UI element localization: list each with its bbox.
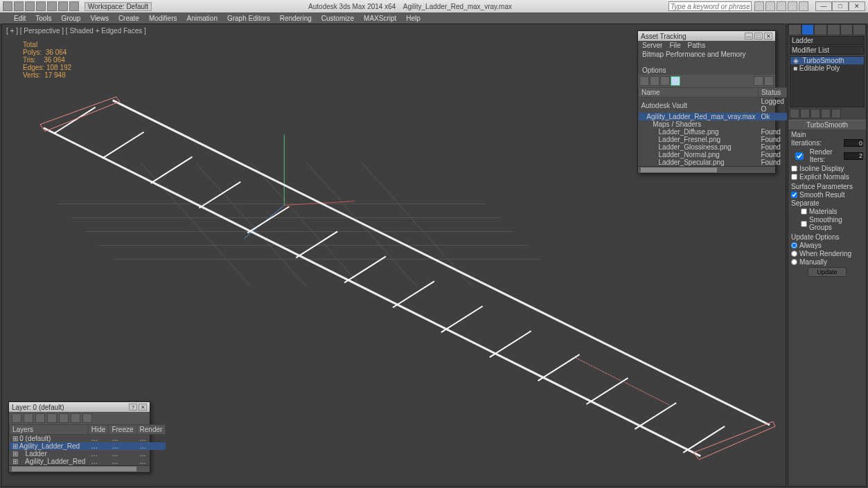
menu-animation[interactable]: Animation	[186, 15, 217, 22]
link-icon[interactable]	[69, 1, 79, 11]
remove-modifier-icon[interactable]	[821, 109, 831, 118]
asset-tracking-window[interactable]: Asset Tracking — □ ✕ Server File Paths B…	[637, 30, 776, 174]
configure-sets-icon[interactable]	[831, 109, 841, 118]
menu-help[interactable]: Help	[406, 15, 420, 22]
close-button[interactable]: ✕	[849, 1, 865, 11]
open-icon[interactable]	[25, 1, 35, 11]
question-icon[interactable]	[799, 1, 808, 11]
tab-modify[interactable]	[801, 24, 815, 35]
layers-close-button[interactable]: ✕	[139, 404, 147, 410]
asset-col-status[interactable]: Status	[758, 88, 786, 98]
asset-max-button[interactable]: □	[754, 33, 763, 39]
layers-window[interactable]: Layer: 0 (default) ? ✕ Layers Hide Freez…	[8, 401, 150, 473]
pin-stack-icon[interactable]	[790, 109, 799, 118]
asset-row[interactable]: Ladder_Fresnel.pngFound	[639, 136, 787, 143]
asset-row[interactable]: Maps / Shaders	[639, 120, 787, 128]
asset-row[interactable]: Agility_Ladder_Red_max_vray.maxOk	[639, 113, 787, 120]
menu-create[interactable]: Create	[118, 15, 139, 22]
asset-row[interactable]: Ladder_Specular.pngFound	[639, 159, 787, 166]
asset-tb-3[interactable]	[660, 76, 670, 86]
redo-icon[interactable]	[58, 1, 68, 11]
layers-col-freeze[interactable]: Freeze	[109, 425, 136, 435]
layers-col-layers[interactable]: Layers	[10, 425, 89, 435]
save-icon[interactable]	[36, 1, 46, 11]
asset-tb-refresh[interactable]	[754, 76, 763, 86]
layer-row[interactable]: ⊞ Ladder………	[10, 450, 166, 458]
workspace-dropdown[interactable]: Workspace: Default	[85, 2, 152, 11]
smooth-result-checkbox[interactable]	[791, 192, 797, 198]
render-iters-spinner[interactable]	[844, 152, 863, 160]
object-name-field[interactable]: Ladder	[790, 36, 865, 45]
modifier-stack[interactable]: ◈ TurboSmooth ■ Editable Poly	[790, 56, 865, 107]
layers-tb-select[interactable]	[47, 413, 57, 423]
render-iters-checkbox[interactable]	[791, 152, 808, 160]
layer-row[interactable]: ⊞ 0 (default)………	[10, 435, 166, 443]
layer-row[interactable]: ⊞ Agility_Ladder_Red………	[10, 442, 166, 450]
layers-tb-new[interactable]	[12, 413, 21, 423]
undo-icon[interactable]	[47, 1, 57, 11]
when-rendering-radio[interactable]	[791, 251, 797, 257]
iterations-spinner[interactable]	[844, 139, 863, 147]
isoline-checkbox[interactable]	[791, 165, 797, 172]
asset-tb-1[interactable]	[639, 76, 649, 86]
asset-col-name[interactable]: Name	[639, 88, 759, 98]
make-unique-icon[interactable]	[811, 109, 820, 118]
asset-row[interactable]: Ladder_Glossiness.pngFound	[639, 143, 787, 151]
asset-row[interactable]: Ladder_Diffuse.pngFound	[639, 128, 787, 136]
stack-editable-poly[interactable]: ■ Editable Poly	[790, 64, 864, 72]
menu-maxscript[interactable]: MAXScript	[364, 15, 396, 22]
layers-tb-highlight[interactable]	[59, 413, 69, 423]
asset-min-button[interactable]: —	[745, 33, 753, 39]
layers-help-button[interactable]: ?	[129, 404, 137, 410]
stack-turbosmooth[interactable]: ◈ TurboSmooth	[790, 57, 864, 64]
asset-tb-settings[interactable]	[764, 76, 774, 86]
menu-group[interactable]: Group	[62, 15, 81, 22]
asset-close-button[interactable]: ✕	[764, 33, 772, 39]
tab-display[interactable]	[840, 24, 853, 35]
asset-scrollbar[interactable]	[638, 166, 775, 173]
asset-tb-2[interactable]	[650, 76, 659, 86]
asset-row[interactable]: Ladder_Normal.pngFound	[639, 151, 787, 159]
tab-utilities[interactable]	[853, 24, 866, 35]
asset-tb-4[interactable]	[671, 76, 680, 86]
comm-icon[interactable]	[765, 1, 775, 11]
menu-modifiers[interactable]: Modifiers	[149, 15, 177, 22]
layer-row[interactable]: ⊞ Agility_Ladder_Red………	[10, 458, 166, 465]
explicit-normals-checkbox[interactable]	[791, 174, 797, 180]
menu-customize[interactable]: Customize	[321, 15, 354, 22]
layers-col-render[interactable]: Render	[136, 425, 166, 435]
smoothing-groups-checkbox[interactable]	[801, 221, 807, 227]
app-icon[interactable]	[3, 1, 12, 11]
asset-menu-server[interactable]: Server	[642, 42, 662, 49]
asset-menu-bitmap[interactable]: Bitmap Performance and Memory	[642, 51, 746, 58]
asset-table[interactable]: NameStatus Autodesk VaultLogged O Agilit…	[638, 87, 787, 166]
layers-scrollbar[interactable]	[9, 465, 150, 472]
modifier-list-dropdown[interactable]: Modifier List	[790, 46, 865, 55]
layers-tb-freeze[interactable]	[82, 413, 92, 423]
new-icon[interactable]	[14, 1, 24, 11]
manually-radio[interactable]	[791, 259, 797, 265]
menu-graph-editors[interactable]: Graph Editors	[227, 15, 270, 22]
layers-table[interactable]: Layers Hide Freeze Render ⊞ 0 (default)……	[9, 424, 166, 465]
layers-tb-delete[interactable]	[24, 413, 33, 423]
layers-col-hide[interactable]: Hide	[88, 425, 109, 435]
search-input[interactable]	[668, 1, 752, 11]
menu-views[interactable]: Views	[90, 15, 109, 22]
tab-create[interactable]	[788, 24, 801, 35]
menu-tools[interactable]: Tools	[35, 15, 51, 22]
tab-hierarchy[interactable]	[814, 24, 827, 35]
maximize-button[interactable]: □	[832, 1, 849, 11]
materials-checkbox[interactable]	[801, 208, 807, 215]
asset-menu-file[interactable]: File	[669, 42, 680, 49]
asset-menu-options[interactable]: Options	[642, 66, 666, 74]
always-radio[interactable]	[791, 242, 797, 248]
asset-menu-paths[interactable]: Paths	[688, 42, 706, 49]
menu-edit[interactable]: Edit	[14, 15, 26, 22]
rollout-turbosmooth-header[interactable]: TurboSmooth	[788, 120, 866, 129]
update-button[interactable]: Update	[808, 267, 846, 277]
minimize-button[interactable]: —	[815, 1, 832, 11]
layers-tb-add[interactable]	[35, 413, 45, 423]
tab-motion[interactable]	[827, 24, 840, 35]
asset-row[interactable]: Autodesk VaultLogged O	[639, 98, 787, 114]
menu-rendering[interactable]: Rendering	[280, 15, 312, 22]
